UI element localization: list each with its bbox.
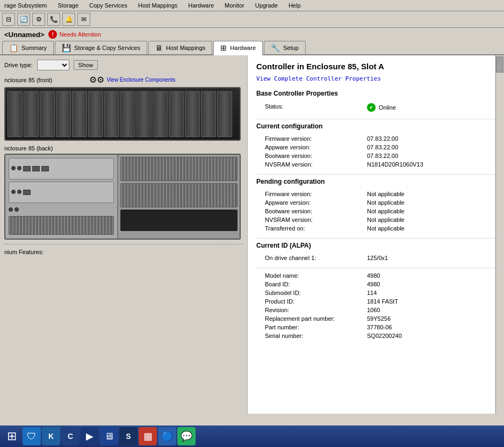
drive-slot-7	[104, 91, 119, 137]
toolbar-btn-5[interactable]: 🔔	[62, 13, 75, 26]
toolbar-btn-2[interactable]: 🔄	[17, 13, 30, 26]
start-button[interactable]: ⊞	[2, 427, 21, 446]
summary-icon: 📋	[9, 44, 18, 52]
title-bar: <Unnamed> ! Needs Attention	[0, 28, 504, 41]
p-nvsram-row: NVSRAM version: Not applicable	[256, 215, 495, 224]
drive-type-label: Drive type:	[4, 62, 33, 68]
port-3	[11, 190, 16, 194]
windows-icon: ⊞	[7, 429, 17, 443]
enclosure-front-label: nclosure 85 (front) ⚙⚙ View Enclosure Co…	[4, 75, 243, 85]
p-nvsram-value: Not applicable	[364, 215, 495, 224]
port-4	[17, 190, 21, 194]
drive-slot-8	[120, 91, 135, 137]
view-enclosure-link[interactable]: View Enclosure Components	[106, 77, 175, 83]
current-id-header: Current ID (ALPA)	[256, 242, 495, 249]
p-appware-label: Appware version:	[256, 198, 364, 207]
port-rect-4	[23, 190, 31, 195]
scrollbar-thumb[interactable]	[496, 56, 503, 73]
p-nvsram-label: NVSRAM version:	[256, 215, 364, 224]
scrollbar-track[interactable]	[495, 55, 504, 414]
menu-storage[interactable]: Storage	[55, 1, 81, 10]
drive-slot-5	[72, 91, 87, 137]
board-id-label: Board ID:	[256, 280, 364, 289]
current-config-table: Firmware version: 07.83.22.00 Appware ve…	[256, 134, 495, 169]
appware-row: Appware version: 07.83.22.00	[256, 143, 495, 152]
attention-icon: !	[48, 30, 57, 39]
drive-slot-13	[201, 91, 216, 137]
taskbar-icon-6[interactable]: S	[119, 427, 138, 445]
firmware-value: 07.83.22.00	[364, 134, 495, 143]
drive-slot-6	[88, 91, 103, 137]
menu-copy-services[interactable]: Copy Services	[87, 1, 129, 10]
port-6	[15, 207, 19, 212]
taskbar-icon-2[interactable]: K	[42, 427, 60, 445]
taskbar-icon-7[interactable]: ▦	[139, 427, 157, 445]
part-number-row: Part number: 37780-06	[256, 323, 495, 331]
taskbar-icon-5[interactable]: 🖥	[100, 427, 118, 445]
svg-marker-0	[370, 106, 373, 109]
taskbar-icon-3[interactable]: C	[61, 427, 80, 445]
drive-slot-10	[153, 91, 168, 137]
enclosure-front	[4, 87, 241, 141]
show-button[interactable]: Show	[74, 60, 98, 70]
taskbar-icon-1[interactable]: 🛡	[23, 427, 41, 445]
needs-attention-label: Needs Attention	[59, 31, 101, 38]
back-right-area	[118, 155, 240, 239]
appware-value: 07.83.22.00	[364, 143, 495, 152]
model-name-value: 4980	[364, 271, 495, 280]
tab-summary-label: Summary	[21, 45, 47, 51]
view-complete-link[interactable]: View Complete Controller Properties	[256, 75, 495, 82]
toolbar-btn-1[interactable]: ⊟	[2, 13, 15, 26]
part-number-value: 37780-06	[364, 323, 495, 331]
tab-setup[interactable]: 🔧 Setup	[264, 41, 306, 54]
serial-number-row: Serial number: SQ02200240	[256, 331, 495, 340]
drive-slot-1	[8, 91, 23, 137]
p-bootware-row: Bootware version: Not applicable	[256, 207, 495, 215]
menu-help[interactable]: Help	[286, 1, 303, 10]
menu-monitor[interactable]: Monitor	[222, 1, 247, 10]
base-props-header: Base Controller Properties	[256, 90, 495, 97]
divider-3	[256, 238, 495, 239]
board-id-row: Board ID: 4980	[256, 280, 495, 289]
status-row: Status: Online	[256, 102, 495, 113]
toolbar-btn-4[interactable]: 📞	[47, 13, 60, 26]
port-5	[9, 207, 13, 212]
taskbar-icon-5-glyph: 🖥	[104, 431, 114, 442]
menu-hardware[interactable]: Hardware	[186, 1, 216, 10]
taskbar: ⊞ 🛡 K C ▶ 🖥 S ▦ 🔵 💬	[0, 426, 504, 447]
submodel-id-value: 114	[364, 289, 495, 297]
nvsram-label: NVSRAM version:	[256, 160, 364, 169]
menu-host-mappings[interactable]: Host Mappings	[136, 1, 179, 10]
drive-type-select[interactable]	[37, 60, 69, 70]
drive-channel-row: On drive channel 1: 125/0x1	[256, 254, 495, 262]
p-firmware-row: Firmware version: Not applicable	[256, 190, 495, 198]
port-rect-3	[41, 166, 49, 171]
tab-storage-copy[interactable]: 💾 Storage & Copy Services	[55, 41, 147, 54]
taskbar-icon-8[interactable]: 🔵	[158, 427, 176, 445]
model-name-row: Model name: 4980	[256, 271, 495, 280]
tab-summary[interactable]: 📋 Summary	[2, 41, 54, 54]
divider-2	[256, 174, 495, 175]
pending-config-header: Pending configuration	[256, 178, 495, 185]
p-bootware-label: Bootware version:	[256, 207, 364, 215]
features-label: nium Features:	[4, 249, 243, 255]
revision-value: 1060	[364, 306, 495, 314]
toolbar-btn-6[interactable]: ✉	[77, 13, 90, 26]
port-2	[17, 166, 21, 170]
left-panel: Drive type: Show nclosure 85 (front) ⚙⚙ …	[0, 55, 247, 414]
menu-rage-subsystem[interactable]: rage Subsystem	[2, 1, 49, 10]
toolbar-btn-3[interactable]: ⚙	[32, 13, 45, 26]
menu-upgrade[interactable]: Upgrade	[253, 1, 280, 10]
section-divider-left	[4, 244, 243, 244]
tab-hardware[interactable]: ⊞ Hardware	[213, 41, 263, 55]
controller-title: Controller in Enclosure 85, Slot A	[256, 62, 495, 71]
back-module-1	[9, 158, 114, 179]
taskbar-icon-9[interactable]: 💬	[177, 427, 196, 445]
port-rect-2	[32, 166, 40, 171]
p-firmware-value: Not applicable	[364, 190, 495, 198]
status-label: Status:	[256, 102, 364, 113]
part-number-label: Part number:	[256, 323, 364, 331]
base-props-table: Status: Online	[256, 102, 495, 113]
taskbar-icon-4[interactable]: ▶	[81, 427, 99, 445]
tab-host-mappings[interactable]: 🖥 Host Mappings	[148, 41, 212, 54]
